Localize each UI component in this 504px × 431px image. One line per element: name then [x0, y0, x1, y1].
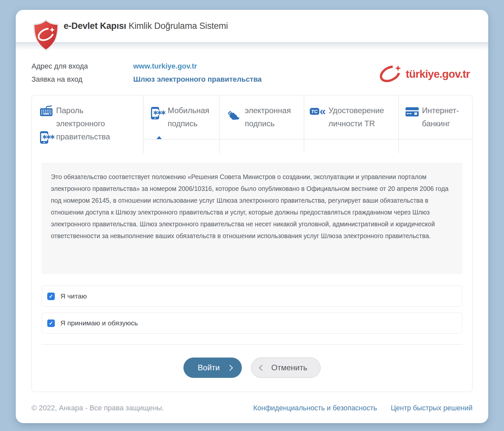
header: e-Devlet Kapısı Kimlik Doğrulama Sistemi [16, 10, 488, 42]
actions-bar: Войти Отменить [32, 358, 472, 378]
chevron-right-icon [227, 365, 233, 371]
address-label: Адрес для входа [32, 62, 133, 71]
request-value: Шлюз электронного правительства [133, 75, 262, 84]
quick-solutions-link[interactable]: Центр быстрых решений [391, 404, 472, 412]
address-row: Адрес для входа www.turkiye.gov.tr [32, 60, 262, 73]
tab-internet-banking[interactable]: Интернет- банкинг [398, 95, 472, 154]
crescent-star-icon [378, 63, 404, 85]
tab-egov-password[interactable]: Пароль электронного правительства [32, 95, 143, 154]
keyboard-icon [40, 105, 53, 118]
checkbox-row-read[interactable]: ✓ Я читаю [42, 286, 462, 307]
auth-method-tabs: Пароль электронного правительства [32, 95, 472, 154]
agreement-text: Это обязательство соответствует положени… [42, 163, 462, 274]
tab-electronic-signature[interactable]: электронная подпись [220, 95, 304, 154]
usb-signature-icon [226, 106, 242, 121]
header-divider [16, 42, 488, 50]
request-label: Заявка на вход [32, 75, 133, 84]
mobile-signature-icon [40, 130, 55, 146]
checkbox-accept-label: Я принимаю и обязуюсь [60, 319, 138, 327]
page-title: e-Devlet Kapısı Kimlik Doğrulama Sistemi [64, 21, 228, 31]
copyright-text: © 2022, Анкара - Все права защищены. [32, 404, 164, 412]
tc-id-card-icon: TC « [310, 108, 326, 115]
cancel-button[interactable]: Отменить [251, 358, 321, 378]
bank-card-icon [406, 107, 419, 118]
edevlet-shield-logo-icon [33, 19, 59, 52]
address-link[interactable]: www.turkiye.gov.tr [133, 62, 197, 71]
mobile-signature-icon [151, 106, 166, 122]
turkiye-gov-logo-text: türkiye.gov.tr [406, 68, 470, 80]
brand-bold: e-Devlet Kapısı [64, 21, 126, 31]
turkiye-gov-logo: türkiye.gov.tr [378, 62, 470, 86]
brand-rest: Kimlik Doğrulama Sistemi [129, 21, 228, 31]
chevron-left-icon [259, 365, 265, 371]
checkbox-read-label: Я читаю [60, 292, 87, 300]
login-info-section: Адрес для входа www.turkiye.gov.tr Заявк… [16, 50, 488, 86]
privacy-security-link[interactable]: Конфиденциальность и безопасность [253, 404, 377, 412]
tab-label: электронная подпись [245, 95, 304, 130]
checkbox-row-accept[interactable]: ✓ Я принимаю и обязуюсь [42, 313, 462, 334]
request-row: Заявка на вход Шлюз электронного правите… [32, 73, 262, 86]
checkbox-read-checked-icon[interactable]: ✓ [47, 293, 55, 300]
tab-label: Интернет- банкинг [422, 95, 472, 130]
checkbox-accept-checked-icon[interactable]: ✓ [47, 319, 55, 327]
tab-label: Пароль электронного правительства [56, 95, 143, 143]
login-card: e-Devlet Kapısı Kimlik Doğrulama Sistemi… [16, 10, 488, 423]
tab-tr-id-card[interactable]: TC « Удостоверение личности TR [304, 95, 398, 154]
tab-label: Мобильная подпись [168, 95, 220, 130]
auth-panel: Пароль электронного правительства [32, 95, 472, 392]
footer: © 2022, Анкара - Все права защищены. Кон… [16, 392, 488, 412]
actions-divider [42, 344, 462, 345]
tab-label: Удостоверение личности TR [328, 95, 398, 130]
login-button[interactable]: Войти [183, 358, 242, 378]
tab-mobile-signature[interactable]: Мобильная подпись [143, 95, 220, 154]
